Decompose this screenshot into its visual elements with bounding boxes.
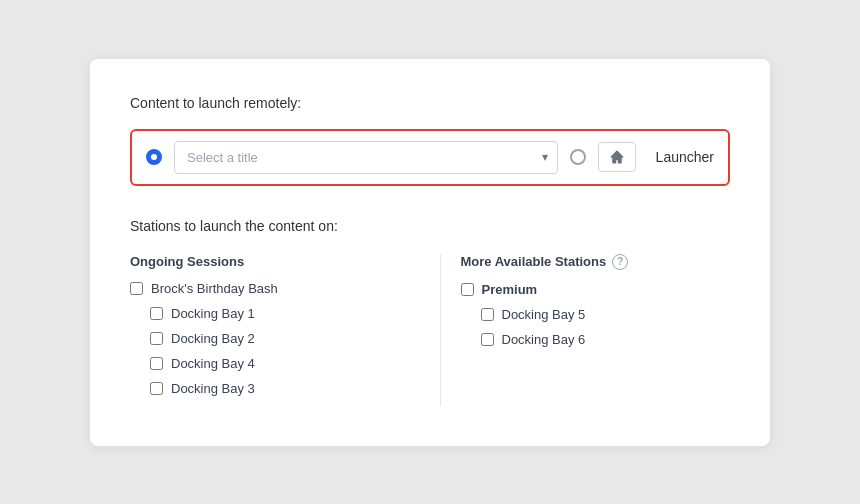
station-checkbox[interactable]	[481, 333, 494, 346]
content-row: Select a title ▾ Launcher	[130, 129, 730, 186]
list-item: Docking Bay 4	[150, 356, 400, 371]
main-card: Content to launch remotely: Select a tit…	[90, 59, 770, 446]
list-item: Docking Bay 5	[481, 307, 731, 322]
station-checkbox[interactable]	[150, 382, 163, 395]
list-item: Docking Bay 1	[150, 306, 400, 321]
list-item: Docking Bay 2	[150, 331, 400, 346]
stations-columns: Ongoing Sessions Brock's Birthday BashDo…	[130, 254, 730, 406]
station-checkbox[interactable]	[150, 332, 163, 345]
title-select[interactable]: Select a title	[174, 141, 558, 174]
title-select-wrapper: Select a title ▾	[174, 141, 558, 174]
station-checkbox[interactable]	[481, 308, 494, 321]
more-stations-header: More Available Stations ?	[461, 254, 731, 270]
ongoing-items-list: Brock's Birthday BashDocking Bay 1Dockin…	[130, 281, 400, 396]
station-checkbox[interactable]	[461, 283, 474, 296]
station-checkbox[interactable]	[150, 357, 163, 370]
station-label: Docking Bay 1	[171, 306, 255, 321]
stations-section-label: Stations to launch the content on:	[130, 218, 730, 234]
station-checkbox[interactable]	[150, 307, 163, 320]
content-section-label: Content to launch remotely:	[130, 95, 730, 111]
station-label: Docking Bay 4	[171, 356, 255, 371]
more-stations-col: More Available Stations ? PremiumDocking…	[461, 254, 731, 406]
station-label: Docking Bay 5	[502, 307, 586, 322]
ongoing-sessions-col: Ongoing Sessions Brock's Birthday BashDo…	[130, 254, 420, 406]
help-icon[interactable]: ?	[612, 254, 628, 270]
list-item: Brock's Birthday Bash	[130, 281, 400, 296]
station-label: Brock's Birthday Bash	[151, 281, 278, 296]
stations-section: Stations to launch the content on: Ongoi…	[130, 218, 730, 406]
list-item: Docking Bay 3	[150, 381, 400, 396]
columns-divider	[440, 254, 441, 406]
station-checkbox[interactable]	[130, 282, 143, 295]
launcher-radio[interactable]	[570, 149, 586, 165]
content-radio-selected[interactable]	[146, 149, 162, 165]
station-label: Docking Bay 6	[502, 332, 586, 347]
home-icon	[609, 149, 625, 165]
home-button[interactable]	[598, 142, 636, 172]
ongoing-sessions-header: Ongoing Sessions	[130, 254, 400, 269]
more-items-list: PremiumDocking Bay 5Docking Bay 6	[461, 282, 731, 347]
list-item: Premium	[461, 282, 731, 297]
station-label: Docking Bay 2	[171, 331, 255, 346]
station-label: Docking Bay 3	[171, 381, 255, 396]
station-label: Premium	[482, 282, 538, 297]
launcher-label: Launcher	[656, 149, 714, 165]
list-item: Docking Bay 6	[481, 332, 731, 347]
